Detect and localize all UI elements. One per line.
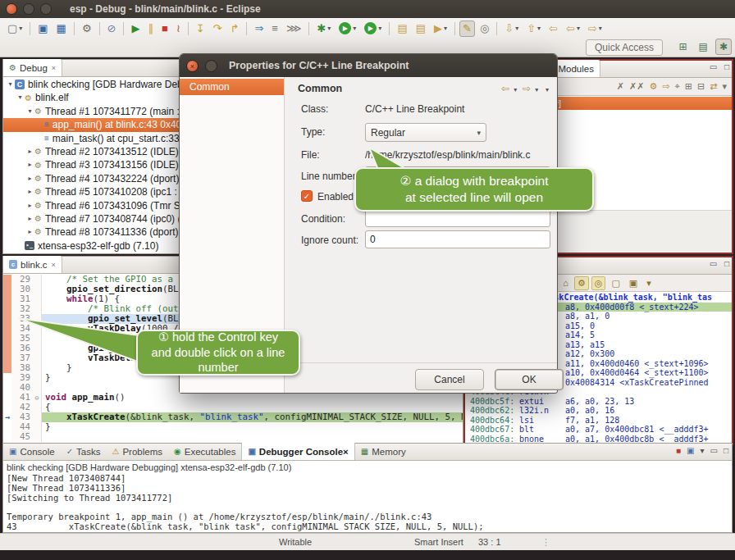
back-history-icon[interactable]: ⇦: [546, 20, 561, 37]
settings-icon[interactable]: ⚙: [650, 81, 658, 92]
save-all-icon[interactable]: ▦: [53, 20, 70, 37]
cpp-perspective-icon[interactable]: ▤: [695, 39, 712, 55]
tab-executables[interactable]: ◉Executables: [168, 443, 241, 460]
remove-icon[interactable]: ✗: [617, 81, 624, 92]
close-tab-icon[interactable]: ×: [52, 261, 56, 269]
debug-tree-item[interactable]: ≡app_main() at blink.c:43 0x400dbc: [3, 118, 187, 131]
tab-debug[interactable]: ⚙ Debug ×: [3, 59, 62, 76]
ok-button[interactable]: OK: [495, 369, 564, 390]
terminate-icon[interactable]: ■: [158, 20, 171, 37]
tab-blink-c[interactable]: c blink.c ×: [3, 256, 62, 273]
expand-all-icon[interactable]: ⊞: [685, 81, 692, 92]
debug-tree-item[interactable]: ≡main_task() at cpu_start.c:339 0x4: [3, 132, 187, 145]
view-menu-icon[interactable]: ▾: [546, 86, 549, 93]
editor-line[interactable]: 41⊖void app_main(): [3, 393, 463, 403]
status-overflow-icon[interactable]: ⋮: [541, 537, 550, 548]
tree-expand-icon[interactable]: ▾: [25, 105, 34, 118]
view-menu-icon[interactable]: ▾: [643, 276, 655, 290]
save-icon[interactable]: ▣: [34, 20, 51, 37]
window-maximize-icon[interactable]: [40, 3, 52, 15]
collapse-all-icon[interactable]: ⊟: [697, 81, 705, 92]
tree-expand-icon[interactable]: ▸: [25, 225, 34, 239]
chevron-down-icon[interactable]: ▾: [378, 25, 381, 32]
console-output[interactable]: [New Thread 1073408744][New Thread 10734…: [7, 474, 730, 531]
skip-all-breakpoints-icon[interactable]: ⊘: [104, 20, 120, 37]
console-dropdown-icon[interactable]: ▾: [700, 446, 704, 455]
dialog-close-icon[interactable]: ×: [186, 60, 199, 72]
maximize-view-icon[interactable]: □: [724, 259, 729, 268]
remove-all-icon[interactable]: ✗✗: [629, 81, 644, 92]
open-perspective-icon[interactable]: ⊞: [675, 39, 692, 55]
use-step-filters-icon[interactable]: ⋙: [283, 20, 305, 37]
debug-tree-item[interactable]: ▸⚙Thread #6 1073431096 (Tmr Svc) (S: [3, 199, 187, 212]
deselect-icon[interactable]: ⌖: [675, 81, 680, 92]
new-wizard-icon[interactable]: ▢▾: [4, 20, 25, 37]
disassembly-line[interactable]: 400dbc5f:extuia6, a0, 23, 13: [465, 397, 732, 407]
debug-tree-item[interactable]: ▾Cblink checking [GDB Hardware Debug: [3, 78, 187, 91]
goto-last-edit-icon[interactable]: ⇧▾: [523, 20, 544, 37]
disassembly-line[interactable]: 400dbc62:l32i.na0, a0, 16: [465, 406, 732, 416]
minimize-view-icon[interactable]: ▭: [710, 62, 717, 71]
chevron-down-icon[interactable]: ▾: [353, 25, 356, 32]
tab-problems[interactable]: ⚠Problems: [106, 443, 168, 460]
debug-tree-item[interactable]: ▸_xtensa-esp32-elf-gdb (7.10): [3, 239, 187, 253]
goto-file-icon[interactable]: ⇨: [662, 81, 669, 92]
run-config-icon[interactable]: ▶▾: [336, 20, 359, 36]
enabled-checkbox[interactable]: ✓: [301, 190, 313, 202]
back-icon[interactable]: ⇦: [501, 83, 509, 94]
debug-tree-item[interactable]: ▾⚙blink.elf: [3, 91, 187, 104]
dialog-minimize-icon[interactable]: [205, 60, 217, 72]
flash-download-icon[interactable]: ▶▾: [431, 20, 450, 37]
window-close-icon[interactable]: [6, 3, 17, 15]
chevron-down-icon[interactable]: ▾: [515, 25, 518, 32]
cancel-button[interactable]: Cancel: [415, 369, 484, 390]
debug-tree-item[interactable]: ▸⚙Thread #4 1073432224 (dport) (Sus: [3, 172, 187, 185]
tab-debugger-console[interactable]: ▣Debugger Console×: [241, 443, 354, 460]
line-number[interactable]: 45: [11, 432, 33, 442]
resume-icon[interactable]: ▶: [128, 20, 143, 37]
sync-icon[interactable]: ⚙: [574, 276, 589, 290]
debug-tree-item[interactable]: ▸⚙Thread #5 1073410208 (ipc1 : Runni: [3, 185, 187, 198]
maximize-icon[interactable]: □: [724, 446, 728, 455]
ignore-count-input[interactable]: [365, 230, 550, 248]
back-icon[interactable]: ⇦▾: [563, 20, 583, 37]
window-minimize-icon[interactable]: [23, 3, 34, 15]
disassembly-line[interactable]: 400dbc64:lsif7, a1, 128: [465, 416, 732, 426]
debug-tree-item[interactable]: ▾⚙Thread #1 1073411772 (main : Runn: [3, 105, 187, 118]
tab-tasks[interactable]: ✓Tasks: [61, 443, 107, 460]
link-with-debug-icon[interactable]: ⇄: [710, 81, 717, 92]
type-select[interactable]: Regular ▾: [365, 123, 486, 142]
external-tools-icon[interactable]: ▶▾: [361, 20, 385, 36]
view-menu-icon[interactable]: ▾: [722, 81, 727, 92]
debug-tree-item[interactable]: ▸⚙Thread #2 1073413512 (IDLE) (Susp: [3, 145, 187, 158]
debug-tree-item[interactable]: ▸⚙Thread #7 1073408744 (ipc0) (Susp: [3, 212, 187, 225]
tree-expand-icon[interactable]: ▸: [25, 172, 34, 185]
debug-tree-item[interactable]: ▸⚙Thread #8 1073411336 (dport) (Sus: [3, 225, 187, 239]
annotations-icon[interactable]: ◎: [477, 20, 492, 37]
tree-expand-icon[interactable]: ▸: [25, 145, 34, 158]
suspend-icon[interactable]: ∥: [144, 20, 157, 37]
step-over-icon[interactable]: ↷: [210, 20, 226, 37]
maximize-view-icon[interactable]: □: [724, 62, 729, 71]
build-binary-icon[interactable]: ⚙: [79, 20, 95, 37]
minimize-icon[interactable]: ▭: [710, 446, 718, 455]
tree-expand-icon[interactable]: ▸: [25, 212, 34, 225]
condition-input[interactable]: [365, 209, 550, 227]
mark-occurrences-icon[interactable]: ✎: [459, 20, 475, 37]
forward-icon[interactable]: ⇨: [523, 83, 531, 94]
chevron-down-icon[interactable]: ▾: [444, 25, 447, 32]
tree-expand-icon[interactable]: ▾: [6, 78, 15, 91]
debug-perspective-icon[interactable]: ✱: [715, 39, 732, 55]
new-view-icon[interactable]: ▢: [608, 276, 623, 290]
close-tab-icon[interactable]: ×: [52, 64, 56, 72]
show-threads-icon[interactable]: ≡: [268, 20, 281, 37]
disconnect-icon[interactable]: ≀: [173, 20, 184, 37]
chevron-down-icon[interactable]: ▾: [577, 25, 580, 32]
tab-console[interactable]: ▣Console: [3, 443, 61, 460]
chevron-down-icon[interactable]: ▾: [599, 25, 602, 32]
step-return-icon[interactable]: ↱: [227, 20, 243, 37]
home-icon[interactable]: ⌂: [559, 276, 572, 289]
dialog-sidebar-item-common[interactable]: Common: [180, 79, 284, 95]
copy-view-icon[interactable]: ▣: [626, 276, 641, 290]
open-element-icon[interactable]: ▤: [394, 20, 410, 37]
